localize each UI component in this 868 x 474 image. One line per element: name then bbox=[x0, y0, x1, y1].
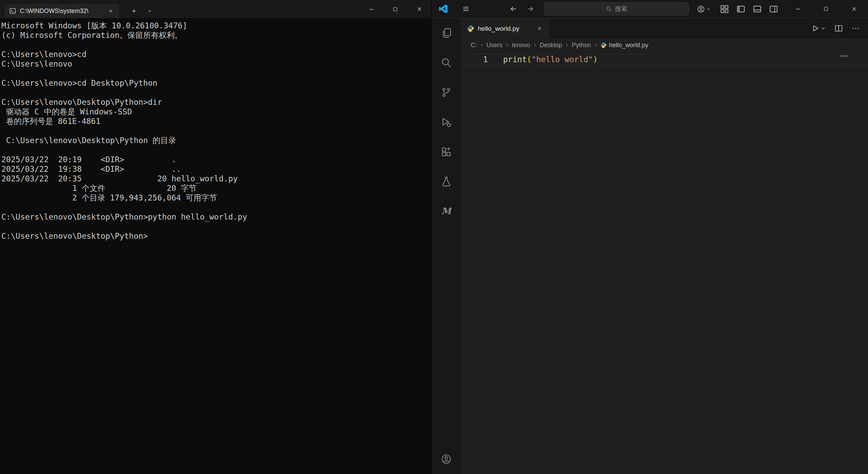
vscode-close-button[interactable] bbox=[840, 0, 868, 18]
profile-button[interactable] bbox=[697, 5, 711, 13]
layout-controls bbox=[720, 5, 778, 13]
vscode-window: 搜索 bbox=[431, 0, 868, 474]
forward-button[interactable] bbox=[526, 4, 535, 14]
toggle-panel-button[interactable] bbox=[753, 5, 762, 13]
python-icon bbox=[467, 25, 474, 32]
vscode-logo bbox=[439, 4, 448, 13]
layout-sidebar-left-icon bbox=[737, 5, 745, 13]
sidebar-item-explorer[interactable] bbox=[431, 18, 461, 48]
code-line-1: 1 print("hello world") bbox=[461, 54, 868, 65]
breadcrumb-item[interactable]: Users bbox=[486, 42, 502, 49]
split-editor-icon bbox=[835, 24, 843, 32]
line-number: 1 bbox=[461, 55, 497, 64]
run-icon bbox=[812, 25, 819, 32]
run-debug-icon bbox=[441, 117, 452, 127]
terminal-text: Microsoft Windows [版本 10.0.26100.3476] (… bbox=[1, 21, 431, 241]
toggle-secondary-sidebar-button[interactable] bbox=[769, 5, 778, 13]
terminal-close-button[interactable] bbox=[407, 0, 431, 18]
account-icon bbox=[441, 454, 452, 464]
terminal-tab-title: C:\WINDOWS\system32\ bbox=[20, 8, 102, 15]
search-icon bbox=[441, 57, 452, 68]
vscode-maximize-button[interactable] bbox=[812, 0, 840, 18]
code-token-function: print bbox=[503, 55, 527, 64]
sidebar-item-search[interactable] bbox=[431, 48, 461, 78]
testing-icon bbox=[441, 176, 452, 187]
python-icon bbox=[600, 42, 607, 48]
breadcrumb-item[interactable]: Python bbox=[572, 42, 591, 49]
history-nav bbox=[509, 4, 535, 14]
terminal-minimize-button[interactable] bbox=[359, 0, 383, 18]
tab-dropdown-button[interactable] bbox=[144, 6, 155, 16]
minimap-line-mark bbox=[840, 55, 848, 57]
run-dropdown-button[interactable] bbox=[821, 26, 826, 31]
search-placeholder: 搜索 bbox=[615, 5, 627, 13]
sidebar-item-testing[interactable] bbox=[431, 167, 461, 196]
account-icon bbox=[697, 5, 705, 13]
editor-tab-close-button[interactable] bbox=[535, 24, 544, 33]
editor-region: hello_world.py bbox=[461, 18, 868, 474]
new-tab-button[interactable] bbox=[129, 6, 139, 16]
terminal-titlebar: C:\WINDOWS\system32\ bbox=[0, 0, 431, 18]
terminal-output[interactable]: Microsoft Windows [版本 10.0.26100.3476] (… bbox=[0, 18, 431, 474]
activity-bar: M bbox=[431, 18, 461, 474]
code-text: print("hello world") bbox=[497, 55, 598, 64]
sidebar-item-m-extension[interactable]: M bbox=[431, 196, 461, 226]
menu-button[interactable] bbox=[461, 4, 471, 14]
breadcrumb: C: Users lenovo Desktop Python bbox=[461, 39, 868, 51]
chevron-right-icon bbox=[593, 43, 598, 47]
vscode-titlebar: 搜索 bbox=[431, 0, 868, 18]
editor-tab-label: hello_world.py bbox=[478, 25, 531, 32]
split-editor-button[interactable] bbox=[835, 24, 843, 32]
run-python-file-button[interactable] bbox=[812, 25, 819, 32]
code-token-paren-open: ( bbox=[527, 55, 531, 64]
chevron-right-icon bbox=[532, 43, 537, 47]
source-control-icon bbox=[441, 87, 452, 98]
code-editor[interactable]: 1 print("hello world") bbox=[461, 51, 868, 474]
layout-grid-icon bbox=[720, 5, 729, 13]
chevron-down-icon bbox=[821, 26, 826, 31]
svg-text:M: M bbox=[441, 206, 452, 216]
chevron-down-icon bbox=[706, 7, 711, 11]
back-button[interactable] bbox=[509, 4, 518, 14]
editor-actions bbox=[812, 18, 868, 39]
sidebar-item-run-debug[interactable] bbox=[431, 107, 461, 137]
chevron-right-icon bbox=[479, 43, 484, 47]
m-extension-icon: M bbox=[441, 206, 452, 217]
terminal-maximize-button[interactable] bbox=[383, 0, 407, 18]
cmd-window-icon bbox=[9, 8, 16, 14]
extensions-icon bbox=[441, 147, 452, 157]
chevron-right-icon bbox=[565, 43, 569, 47]
vscode-minimize-button[interactable] bbox=[784, 0, 812, 18]
more-icon bbox=[852, 24, 860, 32]
breadcrumb-item-file[interactable]: hello_world.py bbox=[600, 42, 648, 49]
breadcrumb-item[interactable]: C: bbox=[471, 42, 477, 49]
toggle-primary-sidebar-button[interactable] bbox=[737, 5, 745, 13]
code-token-paren-close: ) bbox=[593, 55, 598, 64]
layout-panel-icon bbox=[753, 5, 762, 13]
more-actions-button[interactable] bbox=[852, 24, 860, 32]
breadcrumb-file-label: hello_world.py bbox=[609, 42, 648, 49]
screen: C:\WINDOWS\system32\ Micro bbox=[0, 0, 868, 474]
layout-sidebar-right-icon bbox=[769, 5, 778, 13]
terminal-window: C:\WINDOWS\system32\ Micro bbox=[0, 0, 431, 474]
sidebar-item-extensions[interactable] bbox=[431, 137, 461, 167]
files-icon bbox=[441, 28, 452, 38]
breadcrumb-item[interactable]: lenovo bbox=[512, 42, 530, 49]
editor-tab-hello-world[interactable]: hello_world.py bbox=[461, 18, 549, 39]
terminal-tab[interactable]: C:\WINDOWS\system32\ bbox=[4, 4, 119, 18]
terminal-tab-close-button[interactable] bbox=[106, 6, 115, 15]
search-icon bbox=[606, 6, 612, 12]
search-input[interactable]: 搜索 bbox=[544, 2, 689, 15]
minimap[interactable] bbox=[840, 51, 863, 474]
sidebar-item-source-control[interactable] bbox=[431, 78, 461, 107]
breadcrumb-item[interactable]: Desktop bbox=[540, 42, 562, 49]
chevron-right-icon bbox=[505, 43, 510, 47]
customize-layout-button[interactable] bbox=[720, 5, 729, 13]
code-token-string: "hello world" bbox=[531, 55, 593, 64]
sidebar-item-accounts[interactable] bbox=[431, 444, 461, 474]
editor-tabbar: hello_world.py bbox=[461, 18, 868, 39]
